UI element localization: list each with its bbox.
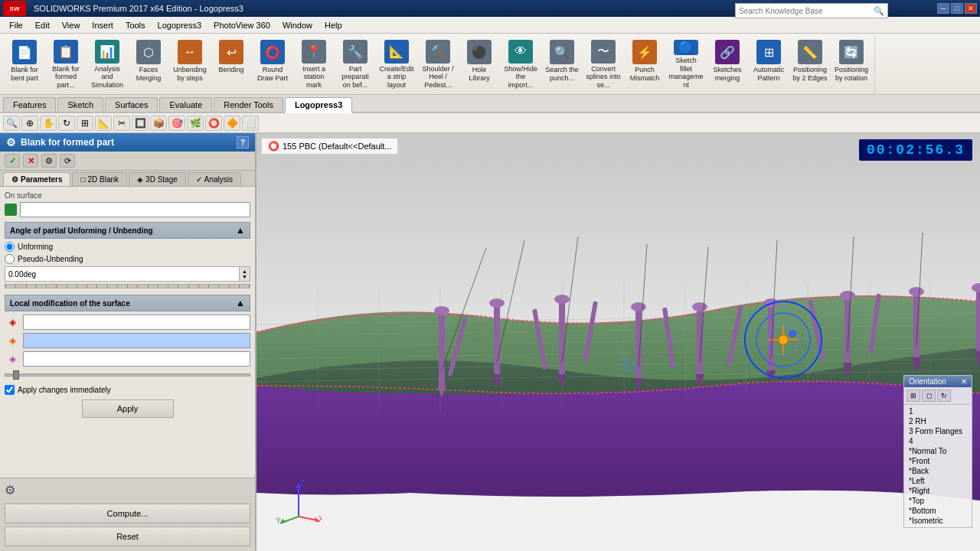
local-mod-collapse-button[interactable]: ▲ (236, 298, 245, 308)
panel-confirm-button[interactable]: ✓ (5, 154, 20, 168)
vp-tool-10[interactable]: 🎯 (168, 116, 185, 131)
panel-tab-analysis[interactable]: ✓ Analysis (188, 172, 241, 186)
tb-sketch-fillet[interactable]: 🔵 Sketch fillet management (666, 37, 706, 92)
tab-surfaces[interactable]: Surfaces (105, 97, 158, 112)
menu-view[interactable]: View (56, 19, 87, 31)
angle-collapse-button[interactable]: ▲ (236, 225, 245, 236)
search-input[interactable] (736, 7, 871, 15)
tb-bending[interactable]: ↩ Bending (211, 37, 251, 92)
local-mod-input-1[interactable] (23, 315, 250, 330)
reset-button[interactable]: Reset (5, 527, 250, 546)
tb-sketches-merging[interactable]: 🔗 Sketches merging (707, 37, 747, 92)
radio-pseudo-unbending[interactable] (5, 254, 15, 264)
tb-part-prep[interactable]: 🔧 Part preparati on bef... (335, 37, 375, 92)
radio-unforming[interactable] (5, 242, 15, 252)
vp-tool-3[interactable]: ✋ (40, 116, 57, 131)
tb-round-draw[interactable]: ⭕ Round Draw Part (253, 37, 292, 92)
menu-help[interactable]: Help (318, 19, 348, 31)
apply-button[interactable]: Apply (82, 399, 174, 418)
ori-item-left[interactable]: *Left (904, 476, 972, 486)
viewport-refresh-icon[interactable]: ↻ (621, 354, 644, 377)
vp-tool-6[interactable]: 📐 (95, 116, 112, 131)
search-bar[interactable]: 🔍 (735, 3, 888, 18)
tab-logopress3[interactable]: Logopress3 (285, 97, 352, 113)
menu-tools[interactable]: Tools (119, 19, 152, 31)
tb-auto-pattern[interactable]: ⊞ Automatic Pattern (749, 37, 789, 92)
vp-tool-9[interactable]: 📦 (150, 116, 167, 131)
vp-tool-1[interactable]: 🔍 (3, 116, 20, 131)
vp-tool-4[interactable]: ↻ (58, 116, 75, 131)
tb-positioning-2edges[interactable]: 📏 Positioning by 2 Edges (790, 37, 830, 92)
tab-evaluate[interactable]: Evaluate (159, 97, 212, 112)
vp-tool-14[interactable]: ⬜ (242, 116, 259, 131)
titlebar-controls[interactable]: ─ □ ✕ (937, 3, 977, 14)
tab-features[interactable]: Features (3, 97, 56, 112)
menu-file[interactable]: File (3, 19, 29, 31)
ori-item-3[interactable]: 3 Form Flanges (904, 426, 972, 436)
ori-item-right[interactable]: *Right (904, 486, 972, 496)
vp-tool-5[interactable]: ⊞ (77, 116, 93, 131)
tab-sketch[interactable]: Sketch (57, 97, 103, 112)
menu-photoview[interactable]: PhotoView 360 (207, 19, 276, 31)
ori-item-1[interactable]: 1 (904, 406, 972, 416)
vp-tool-12[interactable]: ⭕ (205, 116, 222, 131)
ori-item-back[interactable]: *Back (904, 466, 972, 476)
ori-item-bottom[interactable]: *Bottom (904, 506, 972, 516)
degree-input[interactable] (5, 266, 240, 282)
menu-logopress3[interactable]: Logopress3 (152, 19, 208, 31)
vp-tool-7[interactable]: ✂ (113, 116, 130, 131)
tb-punch-mismatch[interactable]: ⚡ Punch Mismatch (625, 37, 665, 92)
tb-shoulder[interactable]: 🔨 Shoulder / Heel / Pedest... (418, 37, 458, 92)
local-mod-input-2[interactable] (23, 333, 250, 348)
tb-blank-bent[interactable]: 📄 Blank for bent part (5, 37, 44, 92)
search-icon[interactable]: 🔍 (871, 6, 887, 16)
tb-insert-station[interactable]: 📍 Insert a station mark (294, 37, 334, 92)
local-mod-input-3[interactable] (23, 351, 250, 367)
tb-show-hide[interactable]: 👁 Show/Hide the import... (501, 37, 541, 92)
panel-gear-button[interactable]: ⚙ (41, 154, 57, 168)
vp-tool-8[interactable]: 🔲 (132, 116, 149, 131)
tb-unbending[interactable]: ↔ Unbending by steps (170, 37, 210, 92)
panel-help-button[interactable]: ? (237, 136, 249, 148)
vp-tool-2[interactable]: ⊕ (21, 116, 38, 131)
menu-edit[interactable]: Edit (29, 19, 56, 31)
tb-faces-merging[interactable]: ⬡ Faces Merging (129, 37, 168, 92)
compute-button[interactable]: Compute... (5, 504, 250, 523)
panel-cancel-button[interactable]: ✕ (23, 154, 38, 168)
local-mod-slider-thumb[interactable] (13, 370, 19, 380)
surface-input[interactable] (20, 202, 250, 217)
viewport[interactable]: ⭕ 155 PBC (Default<<Default... (256, 133, 980, 551)
ori-item-2[interactable]: 2 RH (904, 416, 972, 426)
spin-down-button[interactable]: ▼ (242, 274, 247, 279)
minimize-button[interactable]: ─ (937, 3, 949, 14)
ori-item-normal-to[interactable]: *Normal To (904, 446, 972, 456)
tb-hole-library[interactable]: ⚫ Hole Library (459, 37, 499, 92)
tb-search-punch[interactable]: 🔍 Search the punch... (542, 37, 582, 92)
degree-spinner[interactable]: ▲ ▼ (240, 266, 250, 282)
maximize-button[interactable]: □ (951, 3, 963, 14)
angle-slider[interactable] (5, 284, 250, 289)
spin-up-button[interactable]: ▲ (242, 269, 247, 274)
ori-item-isometric[interactable]: *Isometric (904, 516, 972, 526)
apply-changes-checkbox[interactable] (5, 385, 15, 395)
tb-create-edit[interactable]: 📐 Create/Edit a strip layout (377, 37, 416, 92)
ori-item-front[interactable]: *Front (904, 456, 972, 466)
tb-blank-formed[interactable]: 📋 Blank for formed part... (46, 37, 86, 92)
panel-tab-parameters[interactable]: ⚙ Parameters (3, 172, 70, 186)
tb-convert-splines[interactable]: 〜 Convert splines into se... (583, 37, 623, 92)
vp-tool-13[interactable]: 🔶 (224, 116, 240, 131)
ori-btn-2[interactable]: ◻ (922, 390, 936, 402)
tb-analysis[interactable]: 📊 Analysis and Simulation (87, 37, 127, 92)
vp-tool-11[interactable]: 🌿 (187, 116, 204, 131)
close-button[interactable]: ✕ (965, 3, 977, 14)
ori-btn-3[interactable]: ↻ (937, 390, 951, 402)
menu-insert[interactable]: Insert (86, 19, 119, 31)
panel-refresh-button[interactable]: ⟳ (60, 154, 75, 168)
panel-tab-3d-stage[interactable]: ◈ 3D Stage (129, 172, 186, 186)
local-mod-slider[interactable] (5, 370, 250, 380)
panel-tab-2d-blank[interactable]: □ 2D Blank (72, 172, 127, 186)
menu-window[interactable]: Window (276, 19, 318, 31)
ori-btn-1[interactable]: ⊞ (906, 390, 920, 402)
tb-positioning-rotation[interactable]: 🔄 Positioning by rotation (831, 37, 871, 92)
ori-item-top[interactable]: *Top (904, 496, 972, 506)
